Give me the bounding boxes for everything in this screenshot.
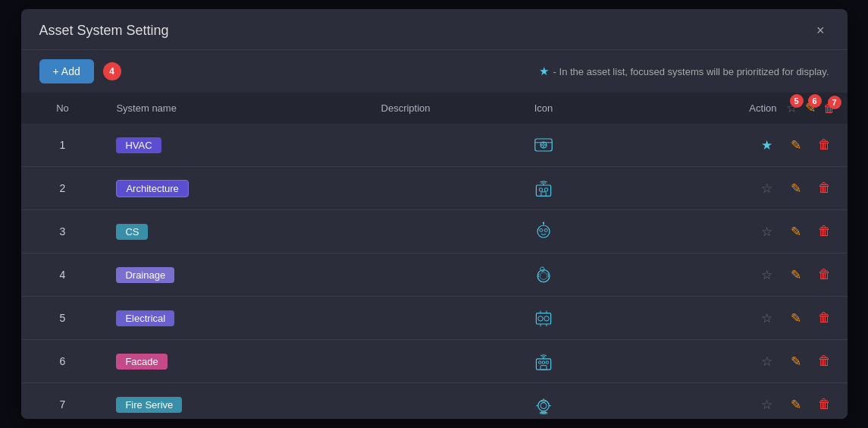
row-icon [489, 297, 599, 340]
row-icon [489, 167, 599, 210]
delete-action-button[interactable]: 🗑 [814, 394, 835, 415]
edit-action-button[interactable]: ✎ [785, 394, 807, 415]
delete-action-button[interactable]: 🗑 [814, 307, 835, 329]
svg-rect-25 [546, 361, 548, 363]
action-icons-group: ☆ ✎ 🗑 [610, 178, 835, 199]
row-system-name: Electrical [104, 297, 322, 340]
col-action: Action ☆ 5 ✎ 6 🗑 [598, 93, 847, 124]
svg-rect-26 [541, 366, 547, 370]
col-icon: Icon [489, 93, 599, 124]
asset-icon [501, 349, 587, 373]
delete-action-badge: 🗑 7 [823, 102, 835, 115]
system-tag: Facade [116, 354, 167, 370]
star-action-badge: ☆ 5 [786, 100, 797, 116]
star-action-button[interactable]: ☆ [757, 221, 778, 242]
star-action-button[interactable]: ★ [757, 134, 778, 156]
table-row: 7 Fire Serive ☆ ✎ 🗑 [21, 383, 848, 420]
row-description [322, 383, 488, 420]
col-no: No [21, 93, 105, 124]
count-badge: 4 [103, 62, 121, 80]
svg-point-29 [541, 403, 547, 409]
star-action-button[interactable]: ☆ [757, 394, 778, 415]
star-action-button[interactable]: ☆ [757, 307, 778, 329]
modal-title: Asset System Setting [39, 23, 169, 39]
row-number: 5 [21, 297, 105, 340]
asset-icon [501, 392, 587, 417]
row-action: ☆ ✎ 🗑 [598, 297, 847, 340]
action-header-badges: Action ☆ 5 ✎ 6 🗑 [610, 100, 835, 116]
row-system-name: Fire Serive [104, 383, 322, 420]
hint-text: ★ - In the asset list, focused systems w… [539, 65, 829, 78]
table-row: 3 CS ☆ ✎ 🗑 [21, 210, 848, 253]
row-system-name: Drainage [104, 253, 322, 297]
delete-action-button[interactable]: 🗑 [814, 351, 835, 372]
system-tag: CS [116, 224, 148, 240]
svg-rect-31 [540, 412, 547, 414]
row-number: 3 [21, 210, 105, 253]
action-icons-group: ☆ ✎ 🗑 [610, 264, 835, 285]
close-button[interactable]: × [812, 21, 829, 40]
star-action-button[interactable]: ☆ [757, 264, 778, 285]
svg-rect-3 [536, 185, 550, 196]
system-tag: Electrical [116, 310, 174, 326]
star-empty-icon: ☆ [761, 310, 772, 326]
row-action: ☆ ✎ 🗑 [598, 383, 847, 420]
svg-rect-34 [542, 400, 546, 401]
row-icon [489, 124, 599, 167]
delete-badge-num: 7 [828, 96, 841, 109]
row-action: ☆ ✎ 🗑 [598, 167, 847, 210]
star-hint-icon: ★ [539, 65, 549, 78]
asset-icon [501, 219, 587, 244]
star-empty-icon: ☆ [761, 397, 772, 413]
toolbar: + Add 4 ★ - In the asset list, focused s… [21, 50, 848, 93]
row-icon [489, 210, 599, 253]
row-description [322, 340, 488, 383]
row-icon [489, 383, 599, 420]
row-system-name: Facade [104, 340, 322, 383]
row-number: 6 [21, 340, 105, 383]
svg-point-16 [538, 316, 543, 321]
svg-rect-6 [541, 192, 546, 197]
edit-action-button[interactable]: ✎ [785, 134, 807, 156]
asset-icon [501, 306, 587, 330]
row-action: ★ ✎ 🗑 [598, 124, 847, 167]
star-empty-icon: ☆ [761, 354, 772, 370]
delete-action-button[interactable]: 🗑 [814, 264, 835, 285]
asset-icon [501, 133, 587, 157]
svg-point-9 [540, 228, 543, 231]
svg-point-12 [543, 222, 544, 224]
delete-action-button[interactable]: 🗑 [814, 221, 835, 242]
svg-rect-4 [539, 188, 542, 191]
delete-action-button[interactable]: 🗑 [814, 134, 835, 156]
table-row: 4 Drainage ☆ ✎ 🗑 [21, 253, 848, 297]
star-action-button[interactable]: ☆ [757, 178, 778, 199]
row-system-name: HVAC [104, 124, 322, 167]
star-action-button[interactable]: ☆ [757, 351, 778, 372]
edit-action-button[interactable]: ✎ [785, 264, 807, 285]
system-tag: Drainage [116, 267, 174, 283]
modal-header: Asset System Setting × [21, 9, 848, 50]
row-number: 2 [21, 167, 105, 210]
edit-action-button[interactable]: ✎ [785, 351, 807, 372]
star-empty-icon: ☆ [761, 267, 772, 283]
table-row: 2 Architecture ☆ ✎ 🗑 [21, 167, 848, 210]
table-header-row: No System name Description Icon Action ☆… [21, 93, 848, 124]
edit-badge-num: 6 [808, 94, 822, 108]
star-filled-icon: ★ [761, 137, 772, 153]
asset-icon [501, 176, 587, 200]
svg-point-10 [544, 228, 547, 231]
svg-point-14 [540, 272, 547, 280]
svg-point-13 [537, 270, 550, 282]
delete-action-button[interactable]: 🗑 [814, 178, 835, 199]
edit-action-button[interactable]: ✎ [785, 178, 807, 199]
action-icons-group: ☆ ✎ 🗑 [610, 307, 835, 329]
edit-action-button[interactable]: ✎ [785, 221, 807, 242]
add-button[interactable]: + Add [39, 59, 94, 83]
table-row: 5 Electrical ☆ ✎ 🗑 [21, 297, 848, 340]
edit-action-button[interactable]: ✎ [785, 307, 807, 329]
row-action: ☆ ✎ 🗑 [598, 253, 847, 297]
action-icons-group: ★ ✎ 🗑 [610, 134, 835, 156]
svg-point-7 [543, 184, 544, 185]
row-number: 7 [21, 383, 105, 420]
action-icons-group: ☆ ✎ 🗑 [610, 394, 835, 415]
